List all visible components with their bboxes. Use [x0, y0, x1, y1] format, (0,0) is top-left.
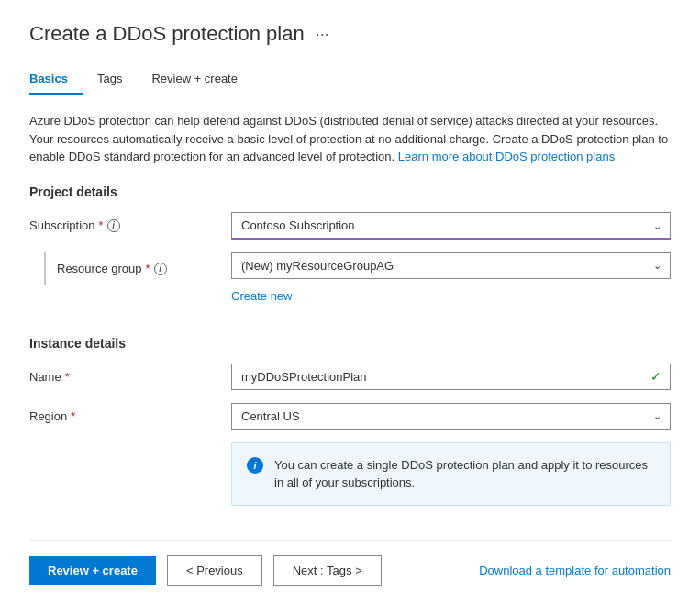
region-select[interactable]: Central US [231, 403, 671, 430]
tab-basics[interactable]: Basics [29, 64, 83, 95]
name-input-wrapper: ✓ [231, 364, 671, 390]
region-required: * [71, 409, 75, 423]
indent-line [44, 252, 46, 285]
region-row: Region * Central US ⌄ [29, 403, 671, 430]
info-box-text: You can create a single DDoS protection … [274, 456, 655, 492]
name-input[interactable] [231, 364, 671, 390]
learn-more-link[interactable]: Learn more about DDoS protection plans [398, 150, 615, 163]
subscription-row: Subscription * i Contoso Subscription ⌄ [29, 212, 671, 240]
checkmark-icon: ✓ [650, 369, 661, 384]
review-create-button[interactable]: Review + create [29, 556, 156, 585]
resource-group-label: Resource group * i [57, 262, 167, 275]
resource-group-select[interactable]: (New) myResourceGroupAG [231, 252, 671, 279]
tab-review-create[interactable]: Review + create [137, 64, 252, 95]
region-select-wrapper: Central US ⌄ [231, 403, 671, 430]
name-row: Name * ✓ [29, 364, 671, 390]
region-label: Region * [29, 409, 231, 423]
tabs-nav: Basics Tags Review + create [29, 64, 671, 95]
subscription-select[interactable]: Contoso Subscription [231, 212, 671, 240]
description-text: Azure DDoS protection can help defend ag… [29, 112, 671, 166]
name-label: Name * [29, 370, 231, 384]
resource-group-info-icon[interactable]: i [154, 263, 167, 275]
resource-group-row: Resource group * i (New) myResourceGroup… [29, 252, 671, 285]
instance-details-title: Instance details [29, 336, 671, 351]
ellipsis-menu[interactable]: ··· [316, 25, 329, 44]
subscription-info-icon[interactable]: i [107, 219, 120, 232]
info-box-icon: i [247, 457, 263, 474]
subscription-select-wrapper: Contoso Subscription ⌄ [231, 212, 671, 240]
footer: Review + create < Previous Next : Tags >… [29, 540, 671, 586]
resource-group-select-wrapper: (New) myResourceGroupAG ⌄ [231, 252, 671, 279]
project-details-title: Project details [29, 185, 671, 199]
subscription-label: Subscription * i [29, 218, 231, 232]
previous-button[interactable]: < Previous [167, 555, 262, 586]
page-title: Create a DDoS protection plan [29, 22, 305, 46]
download-template-link[interactable]: Download a template for automation [479, 564, 671, 577]
resource-group-required: * [146, 262, 150, 275]
name-required: * [65, 370, 70, 384]
instance-details-section: Instance details Name * ✓ Region * [29, 336, 671, 506]
info-box: i You can create a single DDoS protectio… [231, 442, 671, 506]
project-details-section: Project details Subscription * i Contoso… [29, 185, 671, 316]
create-new-link[interactable]: Create new [231, 289, 671, 303]
tab-tags[interactable]: Tags [83, 64, 137, 95]
next-button[interactable]: Next : Tags > [273, 555, 382, 586]
subscription-required: * [99, 218, 104, 232]
